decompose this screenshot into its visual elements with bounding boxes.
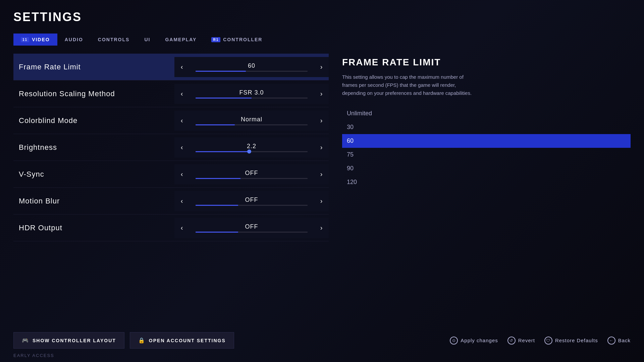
- setting-prev-motion-blur[interactable]: ‹: [174, 191, 189, 211]
- tab-label-gameplay: GAMEPLAY: [165, 37, 197, 42]
- action-btn-apply[interactable]: ⊙ Apply changes: [450, 337, 498, 345]
- setting-next-motion-blur[interactable]: ›: [314, 191, 329, 211]
- tab-audio[interactable]: AUDIO: [57, 34, 91, 46]
- setting-bar-fill-brightness: [196, 151, 250, 152]
- setting-row-motion-blur[interactable]: Motion Blur ‹ OFF ›: [13, 188, 329, 215]
- action-btn-label-apply: Apply changes: [461, 338, 498, 343]
- action-btn-icon-back: ←: [607, 337, 615, 345]
- action-btn-icon-revert: ↺: [507, 337, 516, 345]
- setting-value-motion-blur: OFF: [245, 196, 258, 203]
- tabs-bar: 11VIDEOAUDIOCONTROLSUIGAMEPLAYR1CONTROLL…: [13, 34, 631, 46]
- page-title: SETTINGS: [13, 10, 631, 24]
- setting-control-hdr-output: ‹ OFF ›: [174, 218, 329, 238]
- option-label: 90: [347, 165, 354, 172]
- option-label: 120: [347, 179, 357, 185]
- setting-prev-hdr-output[interactable]: ‹: [174, 218, 189, 238]
- tab-label-controller: CONTROLLER: [223, 37, 262, 42]
- setting-next-hdr-output[interactable]: ›: [314, 218, 329, 238]
- setting-bar-resolution-scaling: [196, 98, 308, 99]
- option-item-30[interactable]: 30: [342, 120, 631, 134]
- bottom-btn-show-controller[interactable]: 🎮 SHOW CONTROLLER LAYOUT: [13, 332, 124, 349]
- setting-prev-frame-rate-limit[interactable]: ‹: [174, 57, 189, 77]
- setting-control-frame-rate-limit: ‹ 60 ›: [174, 57, 329, 77]
- setting-bar-fill-motion-blur: [196, 205, 238, 206]
- option-label: 60: [347, 137, 354, 144]
- setting-next-v-sync[interactable]: ›: [314, 164, 329, 184]
- bottom-btn-label-open-account: OPEN ACCOUNT SETTINGS: [149, 338, 226, 343]
- right-panel-desc: This setting allows you to cap the maxim…: [342, 73, 476, 97]
- right-panel-title: FRAME RATE LIMIT: [342, 57, 631, 68]
- option-label: 30: [347, 124, 354, 130]
- tab-controller[interactable]: R1CONTROLLER: [204, 34, 270, 46]
- tab-ui[interactable]: UI: [137, 34, 158, 46]
- setting-row-hdr-output[interactable]: HDR Output ‹ OFF ›: [13, 215, 329, 241]
- bottom-btn-icon-open-account: 🔒: [138, 337, 146, 344]
- setting-next-colorblind-mode[interactable]: ›: [314, 111, 329, 131]
- option-item-unlimited[interactable]: Unlimited: [342, 107, 631, 120]
- setting-bar-fill-hdr-output: [196, 232, 238, 233]
- tab-label-video: VIDEO: [32, 37, 50, 42]
- setting-value-frame-rate-limit: 60: [248, 62, 255, 69]
- setting-bar-hdr-output: [196, 232, 308, 233]
- setting-value-container-v-sync: OFF: [189, 164, 314, 184]
- setting-row-colorblind-mode[interactable]: Colorblind Mode ‹ Normal ›: [13, 107, 329, 134]
- setting-value-colorblind-mode: Normal: [241, 116, 262, 123]
- option-item-75[interactable]: 75: [342, 148, 631, 162]
- setting-label-motion-blur: Motion Blur: [13, 197, 174, 205]
- bottom-right-actions: ⊙ Apply changes ↺ Revert 🛡 Restore Defau…: [450, 337, 631, 345]
- setting-control-v-sync: ‹ OFF ›: [174, 164, 329, 184]
- setting-value-v-sync: OFF: [245, 170, 258, 177]
- tab-gameplay[interactable]: GAMEPLAY: [158, 34, 204, 46]
- action-btn-restore[interactable]: 🛡 Restore Defaults: [544, 337, 598, 345]
- setting-control-resolution-scaling: ‹ FSR 3.0 ›: [174, 84, 329, 104]
- setting-row-resolution-scaling[interactable]: Resolution Scaling Method ‹ FSR 3.0 ›: [13, 80, 329, 107]
- bottom-btn-open-account[interactable]: 🔒 OPEN ACCOUNT SETTINGS: [130, 332, 234, 349]
- setting-control-brightness: ‹ 2.2 ›: [174, 137, 329, 158]
- main-content: Frame Rate Limit ‹ 60 › Resolution Scali…: [13, 54, 631, 327]
- action-btn-icon-restore: 🛡: [544, 337, 552, 345]
- setting-value-hdr-output: OFF: [245, 223, 258, 230]
- action-btn-back[interactable]: ← Back: [607, 337, 631, 345]
- setting-row-frame-rate-limit[interactable]: Frame Rate Limit ‹ 60 ›: [13, 54, 329, 80]
- option-label: Unlimited: [347, 110, 372, 117]
- option-item-120[interactable]: 120: [342, 175, 631, 189]
- setting-prev-v-sync[interactable]: ‹: [174, 164, 189, 184]
- setting-row-v-sync[interactable]: V-Sync ‹ OFF ›: [13, 161, 329, 188]
- setting-value-container-resolution-scaling: FSR 3.0: [189, 84, 314, 104]
- setting-prev-colorblind-mode[interactable]: ‹: [174, 111, 189, 131]
- setting-label-frame-rate-limit: Frame Rate Limit: [13, 63, 174, 71]
- setting-row-brightness[interactable]: Brightness ‹ 2.2 ›: [13, 134, 329, 161]
- setting-next-brightness[interactable]: ›: [314, 137, 329, 158]
- setting-control-motion-blur: ‹ OFF ›: [174, 191, 329, 211]
- setting-bar-colorblind-mode: [196, 124, 308, 125]
- bottom-btn-label-show-controller: SHOW CONTROLLER LAYOUT: [33, 338, 116, 343]
- setting-bar-motion-blur: [196, 205, 308, 206]
- setting-bar-fill-colorblind-mode: [196, 124, 235, 125]
- setting-label-hdr-output: HDR Output: [13, 224, 174, 232]
- setting-label-brightness: Brightness: [13, 143, 174, 152]
- action-btn-label-revert: Revert: [518, 338, 535, 343]
- tab-video[interactable]: 11VIDEO: [13, 34, 57, 46]
- option-list: Unlimited30607590120: [342, 107, 631, 189]
- settings-list: Frame Rate Limit ‹ 60 › Resolution Scali…: [13, 54, 329, 327]
- tab-label-audio: AUDIO: [65, 37, 83, 42]
- setting-bar-fill-v-sync: [196, 178, 240, 179]
- setting-bar-frame-rate-limit: [196, 71, 308, 72]
- setting-prev-brightness[interactable]: ‹: [174, 137, 189, 158]
- setting-prev-resolution-scaling[interactable]: ‹: [174, 84, 189, 104]
- option-label: 75: [347, 151, 354, 158]
- setting-value-resolution-scaling: FSR 3.0: [239, 89, 264, 96]
- tab-label-controls: CONTROLS: [98, 37, 130, 42]
- tab-label-ui: UI: [144, 37, 150, 42]
- action-btn-revert[interactable]: ↺ Revert: [507, 337, 535, 345]
- tab-controls[interactable]: CONTROLS: [91, 34, 137, 46]
- setting-label-colorblind-mode: Colorblind Mode: [13, 116, 174, 125]
- bottom-bar: 🎮 SHOW CONTROLLER LAYOUT 🔒 OPEN ACCOUNT …: [13, 327, 631, 352]
- option-item-90[interactable]: 90: [342, 162, 631, 175]
- setting-next-resolution-scaling[interactable]: ›: [314, 84, 329, 104]
- setting-value-container-colorblind-mode: Normal: [189, 111, 314, 131]
- setting-value-brightness: 2.2: [247, 143, 256, 150]
- slider-thumb-brightness: [247, 149, 251, 154]
- setting-next-frame-rate-limit[interactable]: ›: [314, 57, 329, 77]
- option-item-60[interactable]: 60: [342, 134, 631, 148]
